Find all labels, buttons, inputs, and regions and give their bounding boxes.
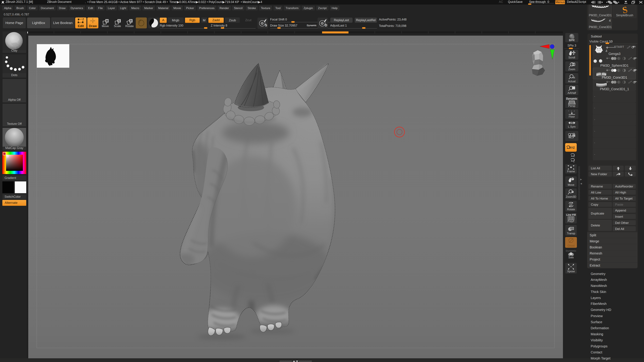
svg-text:S: S (265, 23, 267, 27)
svg-text:x1: x1 (573, 76, 575, 79)
svg-text:M: M (106, 19, 108, 22)
svg-text:c: c (573, 135, 574, 137)
svg-text:S: S (622, 5, 628, 14)
svg-text:Z: Z (573, 160, 575, 163)
svg-text:R: R (130, 19, 132, 22)
svg-text:S: S (118, 19, 120, 22)
svg-text:Y: Y (573, 155, 575, 158)
svg-text:D: D (325, 23, 327, 27)
svg-text:XYZ: XYZ (569, 146, 575, 149)
